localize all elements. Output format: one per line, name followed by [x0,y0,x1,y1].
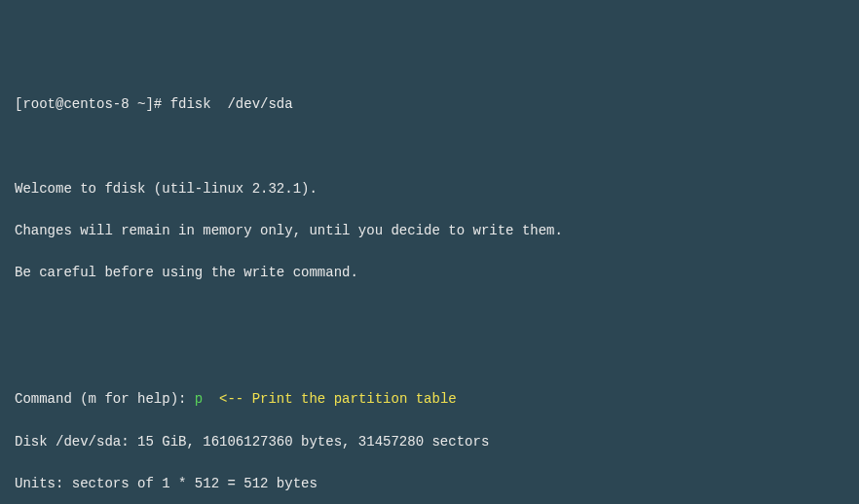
fdisk-prompt: Command (m for help): [15,391,195,407]
annotation-p: <-- Print the partition table [203,391,456,407]
blank-line [15,347,844,369]
welcome-line-1: Welcome to fdisk (util-linux 2.32.1). [15,179,844,200]
welcome-line-2: Changes will remain in memory only, unti… [15,221,844,242]
disk-info-line: Disk /dev/sda: 15 GiB, 16106127360 bytes… [15,432,844,453]
disk-info-line: Units: sectors of 1 * 512 = 512 bytes [15,474,844,495]
shell-prompt: [root@centos-8 ~]# [15,96,170,112]
shell-command: fdisk /dev/sda [170,96,293,112]
welcome-line-3: Be careful before using the write comman… [15,263,844,284]
blank-line [15,306,844,327]
blank-line [15,136,844,158]
fdisk-command-p: Command (m for help): p <-- Print the pa… [15,389,844,411]
shell-prompt-line: [root@centos-8 ~]# fdisk /dev/sda [15,94,844,116]
user-input-p[interactable]: p [195,391,203,407]
